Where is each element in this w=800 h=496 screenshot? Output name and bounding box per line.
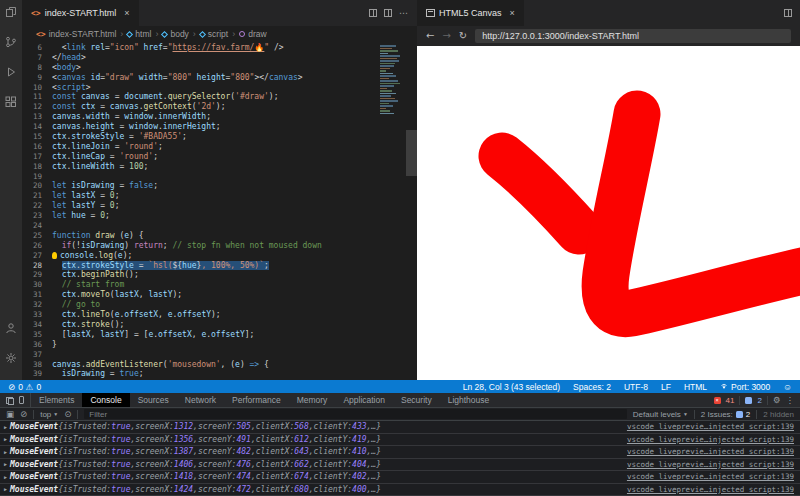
hidden-messages[interactable]: 2 hidden xyxy=(763,410,794,419)
devtools-tab-application[interactable]: Application xyxy=(335,393,393,407)
log-levels-dropdown[interactable]: Default levels▼ xyxy=(633,410,688,419)
console-errors-icon[interactable]: × xyxy=(714,397,721,404)
expand-icon[interactable]: ▶ xyxy=(4,461,7,467)
devtools-menu-icon[interactable]: ⋮ xyxy=(786,396,795,405)
breadcrumb-item-draw[interactable]: draw xyxy=(239,29,266,39)
devtools-tab-network[interactable]: Network xyxy=(177,393,224,407)
devtools-tab-security[interactable]: Security xyxy=(393,393,440,407)
code-line-24[interactable]: 24 xyxy=(22,221,417,231)
code-line-29[interactable]: 29 ctx.beginPath(); xyxy=(22,270,417,280)
devtools-tab-performance[interactable]: Performance xyxy=(224,393,289,407)
clear-console-icon[interactable]: ⊘ xyxy=(20,410,27,419)
code-line-23[interactable]: 23let hue = 0; xyxy=(22,211,417,221)
code-line-16[interactable]: 16ctx.lineJoin = 'round'; xyxy=(22,142,417,152)
code-line-21[interactable]: 21let lastX = 0; xyxy=(22,191,417,201)
breadcrumb-item-script[interactable]: script xyxy=(200,29,228,39)
code-line-27[interactable]: 27console.log(e); xyxy=(22,251,417,261)
code-line-33[interactable]: 33 ctx.lineTo(e.offsetX, e.offsetY); xyxy=(22,310,417,320)
code-line-34[interactable]: 34 ctx.stroke(); xyxy=(22,320,417,330)
expand-icon[interactable]: ▶ xyxy=(4,424,7,430)
split-editor-icon[interactable] xyxy=(384,9,392,17)
devtools-settings-icon[interactable]: ⚙ xyxy=(773,396,781,405)
code-line-28[interactable]: 28 ctx.strokeStyle = `hsl(${hue}, 100%, … xyxy=(22,261,417,271)
code-line-12[interactable]: 12const ctx = canvas.getContext('2d'); xyxy=(22,102,417,112)
source-link[interactable]: vscode_liveprevie…injected_script:139 xyxy=(619,472,794,481)
devtools-tab-sources[interactable]: Sources xyxy=(130,393,177,407)
status-item-1[interactable]: Spaces: 2 xyxy=(573,382,611,392)
devtools-tab-console[interactable]: Console xyxy=(82,393,129,407)
source-link[interactable]: vscode_liveprevie…injected_script:139 xyxy=(619,485,794,494)
console-log-row[interactable]: ▶MouseEvent {isTrusted: true, screenX: 1… xyxy=(0,471,800,484)
code-line-10[interactable]: 10<script> xyxy=(22,83,417,93)
code-line-15[interactable]: 15ctx.strokeStyle = '#BADA55'; xyxy=(22,132,417,142)
source-control-icon[interactable] xyxy=(3,34,19,50)
console-sidebar-icon[interactable]: ▣ xyxy=(6,410,14,419)
back-icon[interactable]: ← xyxy=(426,31,434,41)
devtools-tab-memory[interactable]: Memory xyxy=(289,393,336,407)
close-tab-icon[interactable]: × xyxy=(124,8,129,18)
code-line-9[interactable]: 9<canvas id="draw" width="800" height="8… xyxy=(22,73,417,83)
code-line-30[interactable]: 30 // start from xyxy=(22,280,417,290)
console-log-row[interactable]: ▶MouseEvent {isTrusted: true, screenX: 1… xyxy=(0,459,800,472)
breadcrumb-item-index-start-html[interactable]: <>index-START.html xyxy=(36,29,116,39)
tab-html5-canvas[interactable]: HTML5 Canvas × xyxy=(417,0,524,26)
forward-icon[interactable]: → xyxy=(442,31,450,41)
breadcrumb-item-body[interactable]: body xyxy=(162,29,188,39)
source-link[interactable]: vscode_liveprevie…injected_script:139 xyxy=(619,422,794,431)
console-log-row[interactable]: ▶MouseEvent {isTrusted: true, screenX: 1… xyxy=(0,421,800,434)
url-input[interactable]: http://127.0.0.1:3000/index-START.html xyxy=(475,29,791,43)
source-link[interactable]: vscode_liveprevie…injected_script:139 xyxy=(619,447,794,456)
code-line-11[interactable]: 11const canvas = document.querySelector(… xyxy=(22,92,417,102)
breadcrumb[interactable]: <>index-START.html›html›body›script›draw xyxy=(22,26,417,42)
console-log-row[interactable]: ▶MouseEvent {isTrusted: true, screenX: 1… xyxy=(0,484,800,496)
code-line-31[interactable]: 31 ctx.moveTo(lastX, lastY); xyxy=(22,290,417,300)
source-link[interactable]: vscode_liveprevie…injected_script:139 xyxy=(619,435,794,444)
drawing-canvas[interactable] xyxy=(417,46,800,380)
console-log-row[interactable]: ▶MouseEvent {isTrusted: true, screenX: 1… xyxy=(0,434,800,447)
console-log-row[interactable]: ▶MouseEvent {isTrusted: true, screenX: 1… xyxy=(0,446,800,459)
expand-icon[interactable]: ▶ xyxy=(4,436,7,442)
problems-indicator[interactable]: ⊘0 ⚠0 xyxy=(8,382,41,392)
code-line-25[interactable]: 25function draw (e) { xyxy=(22,231,417,241)
expand-icon[interactable]: ▶ xyxy=(4,449,7,455)
code-line-32[interactable]: 32 // go to xyxy=(22,300,417,310)
status-item-3[interactable]: LF xyxy=(661,382,671,392)
code-line-37[interactable]: 37 xyxy=(22,350,417,360)
code-line-39[interactable]: 39 isDrawing = true; xyxy=(22,369,417,379)
files-icon[interactable] xyxy=(3,4,19,20)
source-link[interactable]: vscode_liveprevie…injected_script:139 xyxy=(619,460,794,469)
code-line-20[interactable]: 20let isDrawing = false; xyxy=(22,181,417,191)
code-line-26[interactable]: 26 if(!isDrawing) return; // stop fn whe… xyxy=(22,241,417,251)
devtools-tab-elements[interactable]: Elements xyxy=(31,393,82,407)
lightbulb-icon[interactable] xyxy=(52,252,57,259)
console-filter-input[interactable]: Filter xyxy=(84,409,626,419)
issues-counter[interactable]: 2 Issues: 2 xyxy=(701,410,750,419)
split-editor-icon[interactable] xyxy=(784,9,792,17)
feedback-smiley-icon[interactable]: ☺ xyxy=(783,382,792,392)
code-line-6[interactable]: 6 <link rel="icon" href="https://fav.far… xyxy=(22,43,417,53)
code-line-7[interactable]: 7</head> xyxy=(22,53,417,63)
extensions-icon[interactable] xyxy=(3,94,19,110)
code-line-19[interactable]: 19 xyxy=(22,172,417,182)
status-item-4[interactable]: HTML xyxy=(684,382,707,392)
tab-index-start-html[interactable]: <> index-START.html × xyxy=(22,0,139,26)
reload-icon[interactable]: ↻ xyxy=(459,31,467,41)
debug-icon[interactable] xyxy=(3,64,19,80)
live-expression-icon[interactable]: ⊙ xyxy=(64,410,71,419)
code-line-36[interactable]: 36} xyxy=(22,340,417,350)
code-line-14[interactable]: 14canvas.height = window.innerHeight; xyxy=(22,122,417,132)
devtools-tab-lighthouse[interactable]: Lighthouse xyxy=(440,393,498,407)
expand-icon[interactable]: ▶ xyxy=(4,474,7,480)
code-line-8[interactable]: 8<body> xyxy=(22,63,417,73)
code-line-22[interactable]: 22let lastY = 0; xyxy=(22,201,417,211)
open-changes-icon[interactable] xyxy=(369,9,377,17)
code-line-13[interactable]: 13canvas.width = window.innerWidth; xyxy=(22,112,417,122)
status-item-2[interactable]: UTF-8 xyxy=(624,382,648,392)
code-line-17[interactable]: 17ctx.lineCap = 'round'; xyxy=(22,152,417,162)
minimap[interactable] xyxy=(380,45,404,115)
editor-scrollbar[interactable] xyxy=(406,130,417,176)
device-toolbar-icon[interactable] xyxy=(19,396,24,404)
code-line-35[interactable]: 35 [lastX, lastY] = [e.offsetX, e.offset… xyxy=(22,330,417,340)
context-selector[interactable]: top▼ xyxy=(40,410,58,419)
code-editor[interactable]: 6 <link rel="icon" href="https://fav.far… xyxy=(22,42,417,380)
